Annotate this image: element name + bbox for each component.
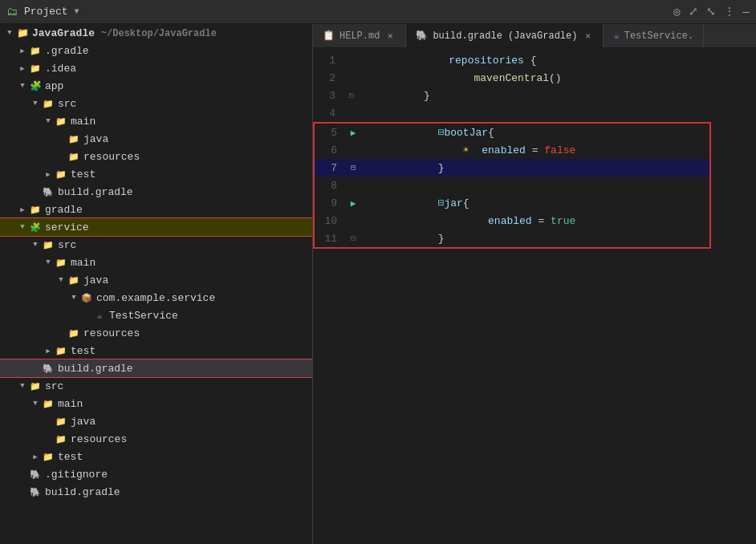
sidebar-item-app-test[interactable]: 📁 test	[0, 165, 312, 183]
arrow-icon	[29, 397, 42, 410]
arrow-icon	[16, 203, 29, 216]
sidebar-label: build.gradle	[58, 363, 133, 375]
sidebar-item-testservice[interactable]: ☕ TestService	[0, 307, 312, 324]
line-number: 10	[315, 215, 347, 227]
run-arrow-icon[interactable]: ▶	[351, 128, 356, 138]
src-folder-icon: 📁	[42, 97, 55, 110]
tab-help[interactable]: 📋 HELP.md ✕	[313, 24, 406, 48]
root-java-icon: 📁	[55, 415, 67, 428]
root-test-icon: 📁	[42, 450, 55, 463]
editor-content[interactable]: 1 repositories { 2 mavenCentral() 3	[313, 48, 756, 544]
testservice-tab-label: TestService.	[624, 30, 693, 42]
code-line-7: 7 ⊟ }	[315, 159, 709, 177]
sidebar-item-service-build-gradle[interactable]: 🐘 build.gradle	[0, 359, 312, 377]
more-icon[interactable]: ⋮	[724, 5, 735, 18]
fold-icon[interactable]: ⊟	[351, 163, 356, 173]
sidebar-item-app-resources[interactable]: 📁 resources	[0, 148, 312, 165]
sidebar-item-service-main[interactable]: 📁 main	[0, 254, 312, 271]
sidebar-item-service-src[interactable]: 📁 src	[0, 236, 312, 254]
gradle-tab-close[interactable]: ✕	[582, 30, 593, 42]
tab-bar: 📋 HELP.md ✕ 🐘 build.gradle (JavaGradle) …	[313, 24, 756, 48]
sidebar-item-service-pkg[interactable]: 📦 com.example.service	[0, 289, 312, 307]
sidebar-label: resources	[83, 327, 140, 339]
root-label: JavaGradle ~/Desktop/JavaGradle	[32, 27, 217, 39]
gradle-file-icon: 🐘	[42, 185, 55, 198]
gradle-folder-icon: 📁	[29, 44, 42, 57]
help-tab-icon: 📋	[323, 30, 335, 42]
sidebar-label: resources	[71, 433, 127, 445]
sidebar-item-app[interactable]: 🧩 app	[0, 77, 312, 95]
sidebar-item-gradle[interactable]: 📁 gradle	[0, 201, 312, 218]
arrow-icon	[42, 256, 55, 269]
line-number: 4	[313, 108, 345, 120]
sidebar-item-service-java[interactable]: 📁 java	[0, 271, 312, 289]
root-resources-icon: 📁	[55, 432, 67, 445]
main-folder-icon: 📁	[55, 115, 67, 128]
target-icon[interactable]: ◎	[673, 5, 680, 18]
chevron-down-icon[interactable]: ▼	[75, 7, 79, 16]
service-class-icon: ☕	[93, 309, 106, 322]
sidebar-label: test	[71, 168, 96, 181]
shrink-icon[interactable]: ⤡	[706, 5, 716, 18]
sidebar-item-app-java[interactable]: 📁 java	[0, 130, 312, 148]
tab-build-gradle[interactable]: 🐘 build.gradle (JavaGradle) ✕	[406, 24, 604, 48]
sidebar-item-root-build-gradle[interactable]: 🐘 build.gradle	[0, 483, 312, 501]
fold-icon[interactable]: ⊟	[351, 233, 356, 243]
minimize-icon[interactable]: —	[743, 6, 750, 18]
sidebar-item-root-src[interactable]: 📁 src	[0, 377, 312, 395]
sidebar-item-app-main[interactable]: 📁 main	[0, 112, 312, 130]
testservice-tab-icon: ☕	[613, 30, 619, 42]
sidebar-label: src	[58, 239, 76, 251]
service-src-icon: 📁	[42, 238, 55, 251]
line-number: 11	[315, 233, 347, 245]
line-number: 7	[315, 162, 347, 174]
sidebar-item-root-resources[interactable]: 📁 resources	[0, 430, 312, 448]
test-folder-icon: 📁	[55, 168, 67, 181]
fold-icon[interactable]: ⊟	[349, 91, 354, 100]
expand-icon[interactable]: ⤢	[689, 5, 698, 18]
sidebar-item-root-main[interactable]: 📁 main	[0, 395, 312, 412]
sidebar-label: main	[58, 398, 83, 410]
sidebar: 📁 JavaGradle ~/Desktop/JavaGradle 📁 .gra…	[0, 24, 313, 544]
arrow-icon	[67, 291, 80, 304]
project-label[interactable]: Project	[24, 6, 68, 18]
root-folder-icon: 📁	[16, 26, 29, 39]
sidebar-item-service-test[interactable]: 📁 test	[0, 342, 312, 359]
run-arrow-icon[interactable]: ▶	[351, 198, 356, 209]
sidebar-label: app	[45, 80, 63, 92]
sidebar-item-service-resources[interactable]: 📁 resources	[0, 324, 312, 342]
resources-folder-icon: 📁	[67, 150, 80, 163]
arrow-icon	[29, 97, 42, 110]
sidebar-item-root-java[interactable]: 📁 java	[0, 412, 312, 430]
sidebar-label: java	[83, 133, 108, 145]
line-gutter: ▶	[347, 128, 360, 138]
sidebar-item-app-src[interactable]: 📁 src	[0, 95, 312, 112]
sidebar-item-gitignore[interactable]: 🐘 .gitignore	[0, 465, 312, 483]
sidebar-root[interactable]: 📁 JavaGradle ~/Desktop/JavaGradle	[0, 24, 312, 42]
arrow-icon	[29, 450, 42, 463]
root-gradle-icon: 🐘	[29, 485, 42, 498]
sidebar-item-service[interactable]: 🧩 service	[0, 218, 312, 236]
sidebar-label: src	[58, 98, 76, 110]
root-src-icon: 📁	[29, 380, 42, 392]
arrow-icon	[42, 344, 55, 357]
sidebar-label: resources	[83, 151, 140, 163]
help-tab-close[interactable]: ✕	[384, 30, 396, 42]
line-number: 8	[315, 180, 347, 192]
main-layout: 📁 JavaGradle ~/Desktop/JavaGradle 📁 .gra…	[0, 24, 756, 544]
sidebar-item-idea-folder[interactable]: 📁 .idea	[0, 59, 312, 77]
idea-folder-icon: 📁	[29, 62, 42, 75]
tab-testservice[interactable]: ☕ TestService.	[604, 24, 704, 48]
sidebar-item-root-test[interactable]: 📁 test	[0, 448, 312, 465]
line-content: }	[360, 221, 709, 257]
arrow-icon	[16, 44, 29, 57]
sidebar-label: gradle	[45, 204, 83, 216]
sidebar-item-app-build-gradle[interactable]: 🐘 build.gradle	[0, 183, 312, 201]
gradle-folder2-icon: 📁	[29, 203, 42, 216]
sidebar-label: main	[71, 257, 96, 269]
line-number: 3	[313, 90, 345, 102]
arrow-icon	[42, 115, 55, 128]
service-main-icon: 📁	[55, 256, 67, 269]
arrow-icon	[16, 380, 29, 392]
sidebar-item-gradle-folder[interactable]: 📁 .gradle	[0, 42, 312, 59]
